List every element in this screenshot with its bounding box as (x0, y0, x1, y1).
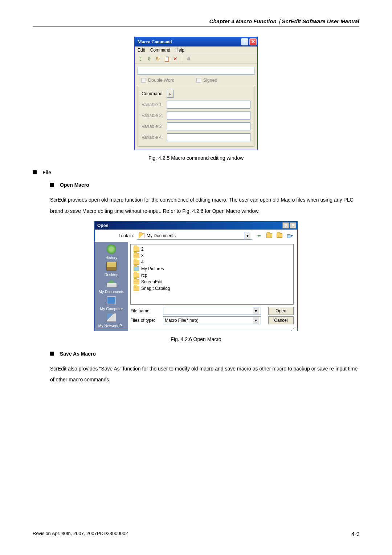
back-button[interactable]: ⇐ (255, 232, 263, 240)
variable1-field[interactable] (167, 101, 250, 109)
dialog-titlebar: Macro Command ? ✕ (135, 37, 257, 46)
section-file-heading: File (42, 170, 51, 175)
file-type-value: Macro File(*.mro) (165, 318, 199, 323)
signed-checkbox[interactable]: Signed (196, 78, 217, 83)
view-menu-button[interactable]: ▤▾ (286, 232, 294, 240)
variable4-field[interactable] (167, 133, 250, 141)
menu-command[interactable]: Command (150, 48, 170, 53)
list-item-label: 3 (141, 253, 144, 258)
sidebar-mynetwork-label: My Network P... (98, 324, 125, 328)
double-word-checkbox[interactable]: Double Word (141, 78, 175, 83)
sidebar-history-label: History (106, 255, 118, 260)
close-button[interactable]: ✕ (290, 222, 296, 228)
chevron-right-icon: ▸ (169, 91, 172, 97)
checkbox-icon (196, 78, 201, 83)
chevron-down-icon: ▾ (244, 232, 250, 239)
open-macro-heading: Open Macro (60, 182, 89, 188)
toolbar-sep (182, 56, 182, 62)
up-one-level-button[interactable] (265, 232, 273, 240)
list-item-label: 4 (141, 260, 144, 265)
lookin-dropdown[interactable]: My Documents ▾ (137, 232, 252, 240)
list-item[interactable]: SnagIt Catalog (134, 285, 290, 292)
command-row: Command ▸ (142, 90, 250, 98)
sidebar-desktop-label: Desktop (105, 272, 119, 277)
bullet-icon (50, 352, 54, 356)
double-word-label: Double Word (148, 78, 175, 83)
folder-up-icon (266, 233, 272, 238)
resize-grip-icon[interactable]: ⋰ (128, 327, 297, 331)
close-button[interactable]: ✕ (249, 38, 257, 45)
move-up-icon[interactable]: ⇧ (138, 56, 143, 62)
save-as-body: ScrEdit also provides "Save As" function… (50, 363, 359, 386)
macro-command-dialog: Macro Command ? ✕ Edit Command Help ⇧ ⇩ … (134, 37, 258, 150)
list-item[interactable]: 2 (134, 246, 290, 252)
file-type-dropdown[interactable]: Macro File(*.mro)▾ (163, 316, 261, 324)
sidebar-mynetwork[interactable]: My Network P... (98, 312, 125, 328)
variable2-label: Variable 2 (142, 113, 164, 118)
hash-icon[interactable]: # (186, 56, 192, 62)
sidebar-mydocs-label: My Documents (99, 289, 124, 294)
folder-open-icon (139, 233, 144, 238)
list-item-label: SnagIt Catalog (141, 286, 170, 291)
menu-help[interactable]: Help (175, 48, 184, 53)
variable4-label: Variable 4 (142, 135, 164, 140)
paste-icon[interactable]: 📋 (164, 56, 170, 62)
view-icon: ▤▾ (287, 233, 293, 238)
places-sidebar: History Desktop My Documents My Computer… (95, 242, 128, 331)
signed-label: Signed (203, 78, 217, 83)
question-icon: ? (244, 39, 246, 45)
open-dialog: Open ? ✕ Look in: My Documents ▾ ⇐ ▤▾ Hi… (94, 221, 298, 331)
bullet-icon (50, 183, 54, 187)
history-icon (107, 244, 116, 254)
list-item[interactable]: 3 (134, 252, 290, 259)
variable2-field[interactable] (167, 112, 250, 119)
list-item[interactable]: rcp (134, 272, 290, 279)
folder-icon (134, 253, 139, 258)
sidebar-history[interactable]: History (106, 244, 118, 260)
new-folder-icon (277, 233, 282, 238)
command-input[interactable] (138, 67, 254, 75)
file-name-row: File name: ▾ Open (128, 307, 297, 315)
menu-edit[interactable]: Edit (138, 48, 145, 53)
variables-panel: Command ▸ Variable 1 Variable 2 Variable… (138, 86, 254, 147)
list-item[interactable]: ScreenEdit (134, 279, 290, 285)
figure-426: Open ? ✕ Look in: My Documents ▾ ⇐ ▤▾ Hi… (33, 221, 359, 331)
help-button[interactable]: ? (282, 222, 289, 228)
desktop-icon (106, 262, 117, 271)
update-icon[interactable]: ↻ (155, 56, 161, 62)
chevron-down-icon: ▾ (253, 307, 259, 315)
variable3-label: Variable 3 (142, 124, 164, 129)
list-item[interactable]: 4 (134, 259, 290, 266)
file-name-field[interactable]: ▾ (163, 307, 261, 315)
new-folder-button[interactable] (275, 232, 283, 240)
open-button[interactable]: Open (268, 307, 294, 315)
file-type-row: Files of type: Macro File(*.mro)▾ Cancel (128, 315, 297, 327)
mynetwork-icon (107, 313, 116, 322)
list-item-label: My Pictures (141, 266, 164, 271)
sidebar-mydocs[interactable]: My Documents (99, 278, 124, 294)
figure-426-caption: Fig. 4.2.6 Open Macro (33, 336, 359, 342)
help-button[interactable]: ? (241, 38, 248, 45)
file-list[interactable]: 2 3 4 My Pictures rcp ScreenEdit SnagIt … (130, 244, 294, 305)
arrow-left-icon: ⇐ (257, 233, 261, 238)
command-dropdown[interactable]: ▸ (167, 90, 173, 98)
page-header: Chapter 4 Macro Function｜ScrEdit Softwar… (33, 18, 359, 27)
close-icon: ✕ (251, 39, 255, 45)
list-item-label: rcp (141, 273, 147, 278)
sidebar-desktop[interactable]: Desktop (105, 261, 119, 277)
cancel-button[interactable]: Cancel (268, 316, 294, 324)
page-number: 4-9 (351, 531, 359, 537)
variable4-row: Variable 4 (142, 133, 250, 141)
save-as-heading: Save As Macro (60, 351, 96, 357)
delete-icon[interactable]: ✕ (172, 56, 178, 62)
sidebar-mycomputer[interactable]: My Computer (100, 295, 123, 311)
open-dialog-title: Open (97, 223, 109, 228)
list-item[interactable]: My Pictures (134, 266, 290, 272)
variable3-field[interactable] (167, 122, 250, 130)
move-down-icon[interactable]: ⇩ (146, 56, 152, 62)
folder-icon (134, 273, 139, 278)
folder-icon (134, 279, 139, 284)
close-icon: ✕ (291, 223, 295, 228)
section-save-as-macro: Save As Macro (50, 351, 359, 357)
folder-icon (134, 286, 139, 291)
